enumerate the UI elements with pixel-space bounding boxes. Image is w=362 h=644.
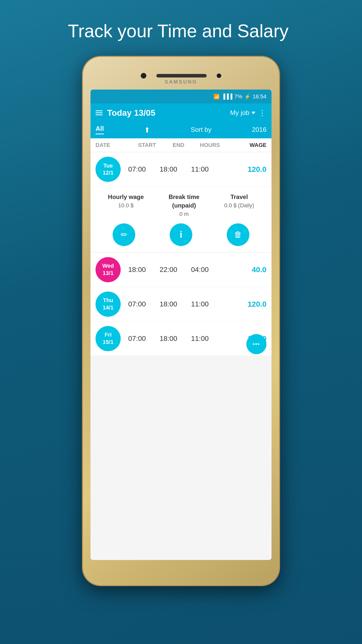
chevron-down-icon xyxy=(251,112,255,114)
header-left: Today 13/05 xyxy=(96,108,155,118)
break-label: Break time(unpaid) xyxy=(169,193,200,210)
more-dots-icon: ••• xyxy=(253,341,260,347)
phone-wrapper: SAMSUNG 📶 ▐▐▐ 7% ⚡ 16:54 xyxy=(83,57,279,610)
day-badge-tue: Tue 12/1 xyxy=(96,157,121,182)
day-date: 12/1 xyxy=(103,169,114,177)
detail-row: Hourly wage 10.0 $ Break time(unpaid) 0 … xyxy=(90,187,272,252)
end-time-2: 22:00 xyxy=(153,266,184,274)
screen-content: Today 13/05 My job ⋮ All ⬇ Sort by xyxy=(90,103,272,560)
phone-frame: SAMSUNG 📶 ▐▐▐ 7% ⚡ 16:54 xyxy=(83,57,279,585)
more-options-fab-button[interactable]: ••• xyxy=(246,334,266,354)
wifi-icon: 📶 xyxy=(213,94,220,100)
filter-all-button[interactable]: All xyxy=(96,125,104,134)
delete-button[interactable]: 🗑 xyxy=(227,223,249,246)
wage-4: 120.0 ••• xyxy=(216,334,266,343)
header-title: Today 13/05 xyxy=(107,108,155,118)
col-start-header: START xyxy=(131,142,163,148)
speaker-icon xyxy=(156,74,207,77)
start-time-1: 07:00 xyxy=(121,165,153,173)
table-row[interactable]: Thu 14/1 07:00 18:00 11:00 120.0 xyxy=(90,287,272,321)
info-button[interactable]: i xyxy=(170,223,192,246)
hamburger-line xyxy=(96,110,103,111)
day-badge-wed: Wed 13/1 xyxy=(96,257,121,282)
hours-3: 11:00 xyxy=(184,300,216,308)
detail-info: Hourly wage 10.0 $ Break time(unpaid) 0 … xyxy=(96,193,266,217)
day-date: 14/1 xyxy=(103,304,114,311)
day-badge-fri: Fri 15/1 xyxy=(96,326,121,351)
signal-icon: ▐▐▐ xyxy=(222,94,233,99)
hamburger-line xyxy=(96,112,103,113)
job-name-label: My job xyxy=(230,109,249,117)
end-time-3: 18:00 xyxy=(153,300,184,308)
hourly-wage-label: Hourly wage xyxy=(108,193,144,201)
wage-2: 40.0 xyxy=(216,265,266,274)
brand-label: SAMSUNG xyxy=(83,79,279,85)
job-selector-button[interactable]: My job xyxy=(230,109,255,117)
table-header: DATE START END HOURS WAGE xyxy=(90,138,272,152)
break-value: 0 m xyxy=(169,211,200,217)
hamburger-line xyxy=(96,114,103,115)
end-time-1: 18:00 xyxy=(153,165,184,173)
end-time-4: 18:00 xyxy=(153,335,184,343)
status-time: 16:54 xyxy=(253,93,266,100)
edit-icon: ✏ xyxy=(121,230,127,239)
day-badge-thu: Thu 14/1 xyxy=(96,292,121,317)
start-time-2: 18:00 xyxy=(121,266,153,274)
start-time-3: 07:00 xyxy=(121,300,153,308)
day-name: Fri xyxy=(105,331,112,339)
status-bar: 📶 ▐▐▐ 7% ⚡ 16:54 xyxy=(90,90,272,103)
table-row[interactable]: Tue 12/1 07:00 18:00 11:00 120.0 xyxy=(90,152,272,187)
travel-value: 0.0 $ (Daily) xyxy=(224,202,254,209)
sort-by-label[interactable]: Sort by xyxy=(191,126,211,134)
day-name: Tue xyxy=(103,162,113,170)
front-camera-icon xyxy=(141,73,146,78)
hours-4: 11:00 xyxy=(184,335,216,343)
hamburger-menu-button[interactable] xyxy=(96,110,103,115)
col-wage-header: WAGE xyxy=(226,142,266,148)
hourly-wage-info: Hourly wage 10.0 $ xyxy=(108,193,144,217)
sensor-icon xyxy=(217,73,221,78)
travel-label: Travel xyxy=(224,193,254,201)
col-end-header: END xyxy=(163,142,194,148)
wage-3: 120.0 xyxy=(216,300,266,308)
app-header: Today 13/05 My job ⋮ xyxy=(90,103,272,122)
start-time-4: 07:00 xyxy=(121,335,153,343)
filter-bar: All ⬇ Sort by 2016 xyxy=(90,122,272,138)
hourly-wage-value: 10.0 $ xyxy=(108,202,144,209)
detail-actions: ✏ i 🗑 xyxy=(96,223,266,246)
charging-icon: ⚡ xyxy=(244,94,251,100)
header-right: My job ⋮ xyxy=(230,108,266,117)
travel-info: Travel 0.0 $ (Daily) xyxy=(224,193,254,217)
day-date: 15/1 xyxy=(103,339,114,346)
status-icons: 📶 ▐▐▐ 7% ⚡ 16:54 xyxy=(213,93,266,100)
break-time-info: Break time(unpaid) 0 m xyxy=(169,193,200,217)
hero-title: Track your Time and Salary xyxy=(68,20,294,42)
day-date: 13/1 xyxy=(103,270,114,277)
sort-icon: ⬇ xyxy=(144,126,150,134)
col-hours-header: HOURS xyxy=(194,142,226,148)
hours-1: 11:00 xyxy=(184,165,216,173)
battery-level: 7% xyxy=(234,93,242,100)
more-options-button[interactable]: ⋮ xyxy=(258,108,266,117)
year-filter-label[interactable]: 2016 xyxy=(252,126,266,134)
table-row[interactable]: Wed 13/1 18:00 22:00 04:00 40.0 xyxy=(90,253,272,287)
edit-button[interactable]: ✏ xyxy=(113,223,135,246)
hours-2: 04:00 xyxy=(184,266,216,274)
day-name: Wed xyxy=(102,262,114,270)
col-date-header: DATE xyxy=(96,142,131,148)
phone-screen: 📶 ▐▐▐ 7% ⚡ 16:54 xyxy=(90,90,272,560)
delete-icon: 🗑 xyxy=(234,230,242,239)
wage-1: 120.0 xyxy=(216,165,266,174)
day-name: Thu xyxy=(103,297,113,304)
info-icon: i xyxy=(180,229,182,240)
table-row[interactable]: Fri 15/1 07:00 18:00 11:00 120.0 ••• xyxy=(90,321,272,356)
